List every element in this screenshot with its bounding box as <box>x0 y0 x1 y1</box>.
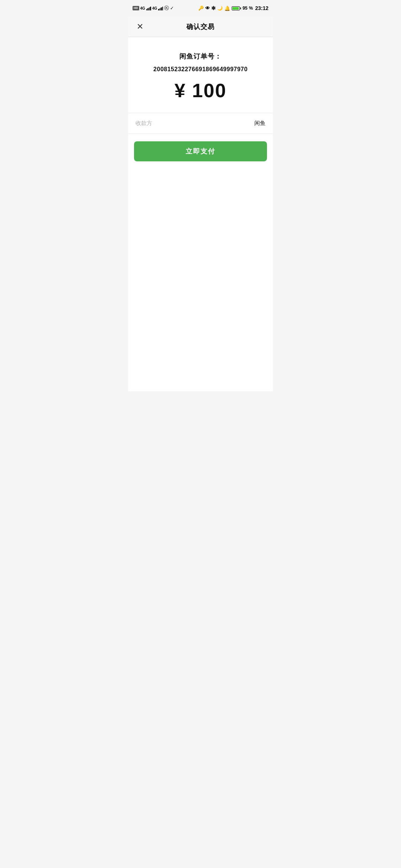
bottom-space <box>128 169 273 391</box>
page-title: 确认交易 <box>186 22 215 31</box>
signal-icon <box>146 6 151 10</box>
receiver-label: 收款方 <box>136 120 152 127</box>
amount-value: 100 <box>192 80 226 101</box>
order-amount: ¥ 100 <box>136 79 265 102</box>
bluetooth-icon: ✻ <box>211 5 216 11</box>
nav-bar: ✕ 确认交易 <box>128 16 273 37</box>
receiver-value: 闲鱼 <box>254 120 265 127</box>
eye-icon: 👁 <box>205 6 210 11</box>
order-label: 闲鱼订单号： <box>136 52 265 61</box>
order-info-section: 闲鱼订单号： 200815232276691869649997970 ¥ 100 <box>128 37 273 113</box>
time: 23:12 <box>255 5 268 11</box>
status-bar: HD 4G 4G Ⓚ ✓ 🔑 👁 ✻ 🌙 🔔 95% <box>128 0 273 16</box>
moon-icon: 🌙 <box>217 6 223 11</box>
k-icon: Ⓚ <box>164 5 169 11</box>
battery-percent: 95 <box>242 6 247 11</box>
key-icon: 🔑 <box>198 6 204 11</box>
check-icon: ✓ <box>170 6 174 11</box>
currency-symbol: ¥ <box>175 80 186 101</box>
close-icon: ✕ <box>137 23 143 31</box>
status-right: 🔑 👁 ✻ 🌙 🔔 95% 23:12 <box>198 5 268 11</box>
pay-button-wrap: 立即支付 <box>128 134 273 169</box>
battery-icon <box>232 6 241 10</box>
network-type2: 4G <box>152 6 157 10</box>
pay-button[interactable]: 立即支付 <box>134 141 267 161</box>
status-left: HD 4G 4G Ⓚ ✓ <box>133 5 174 11</box>
receiver-row: 收款方 闲鱼 <box>128 113 273 134</box>
order-number: 200815232276691869649997970 <box>136 66 265 73</box>
signal-icon2 <box>158 6 163 10</box>
close-button[interactable]: ✕ <box>134 21 146 33</box>
bell-icon: 🔔 <box>224 6 230 11</box>
hd-badge: HD <box>133 6 139 10</box>
network-type: 4G <box>140 6 145 10</box>
